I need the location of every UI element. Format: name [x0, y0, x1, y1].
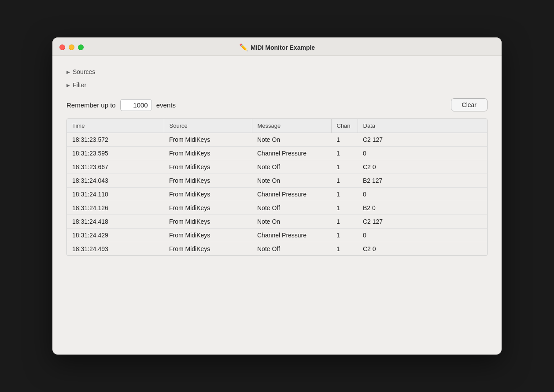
- filter-disclosure-item[interactable]: ▶ Filter: [66, 80, 488, 90]
- cell-chan: 1: [331, 242, 358, 256]
- cell-source: From MidiKeys: [164, 188, 252, 201]
- cell-chan: 1: [331, 160, 358, 174]
- remember-label: Remember up to: [66, 101, 116, 109]
- table-row: 18:31:23.572 From MidiKeys Note On 1 C2 …: [67, 133, 487, 147]
- cell-message: Note Off: [252, 160, 331, 174]
- header-source: Source: [164, 119, 252, 133]
- sources-disclosure-item[interactable]: ▶ Sources: [66, 67, 488, 77]
- cell-data: B2 0: [358, 201, 487, 215]
- sources-arrow-icon: ▶: [66, 70, 70, 74]
- cell-chan: 1: [331, 133, 358, 147]
- cell-data: 0: [358, 229, 487, 242]
- cell-data: 0: [358, 188, 487, 201]
- cell-data: C2 127: [358, 215, 487, 229]
- cell-time: 18:31:24.493: [67, 242, 164, 256]
- cell-source: From MidiKeys: [164, 160, 252, 174]
- controls-row: Remember up to events Clear: [66, 98, 488, 111]
- cell-source: From MidiKeys: [164, 242, 252, 256]
- midi-events-table: Time Source Message Chan Data 18:31:23.5…: [67, 119, 487, 255]
- cell-message: Note Off: [252, 242, 331, 256]
- cell-time: 18:31:23.667: [67, 160, 164, 174]
- midi-table-container: Time Source Message Chan Data 18:31:23.5…: [66, 118, 488, 256]
- filter-label: Filter: [73, 81, 86, 89]
- cell-message: Note On: [252, 215, 331, 229]
- cell-chan: 1: [331, 201, 358, 215]
- cell-time: 18:31:24.043: [67, 174, 164, 188]
- table-row: 18:31:24.429 From MidiKeys Channel Press…: [67, 229, 487, 242]
- table-row: 18:31:24.043 From MidiKeys Note On 1 B2 …: [67, 174, 487, 188]
- cell-chan: 1: [331, 188, 358, 201]
- titlebar: ✏️ MIDI Monitor Example: [52, 37, 502, 56]
- cell-data: 0: [358, 147, 487, 160]
- table-row: 18:31:24.126 From MidiKeys Note Off 1 B2…: [67, 201, 487, 215]
- window-title: MIDI Monitor Example: [251, 44, 315, 51]
- cell-data: C2 0: [358, 160, 487, 174]
- title-icon: ✏️: [239, 43, 248, 52]
- cell-chan: 1: [331, 147, 358, 160]
- app-window: ✏️ MIDI Monitor Example ▶ Sources ▶ Filt…: [52, 37, 502, 355]
- header-data: Data: [358, 119, 487, 133]
- cell-source: From MidiKeys: [164, 201, 252, 215]
- events-suffix-label: events: [156, 101, 176, 109]
- sources-disclosure: ▶ Sources: [66, 67, 488, 77]
- table-body: 18:31:23.572 From MidiKeys Note On 1 C2 …: [67, 133, 487, 256]
- cell-chan: 1: [331, 215, 358, 229]
- cell-chan: 1: [331, 229, 358, 242]
- cell-data: C2 127: [358, 133, 487, 147]
- cell-source: From MidiKeys: [164, 229, 252, 242]
- cell-data: C2 0: [358, 242, 487, 256]
- cell-message: Channel Pressure: [252, 229, 331, 242]
- cell-source: From MidiKeys: [164, 133, 252, 147]
- cell-time: 18:31:23.572: [67, 133, 164, 147]
- cell-message: Note On: [252, 174, 331, 188]
- table-header: Time Source Message Chan Data: [67, 119, 487, 133]
- clear-button[interactable]: Clear: [451, 98, 488, 111]
- table-row: 18:31:24.110 From MidiKeys Channel Press…: [67, 188, 487, 201]
- cell-time: 18:31:24.126: [67, 201, 164, 215]
- cell-source: From MidiKeys: [164, 147, 252, 160]
- header-message: Message: [252, 119, 331, 133]
- header-chan: Chan: [331, 119, 358, 133]
- sources-label: Sources: [73, 68, 95, 75]
- cell-time: 18:31:24.110: [67, 188, 164, 201]
- cell-chan: 1: [331, 174, 358, 188]
- cell-source: From MidiKeys: [164, 174, 252, 188]
- header-time: Time: [67, 119, 164, 133]
- filter-arrow-icon: ▶: [66, 83, 70, 88]
- window-controls: [59, 44, 84, 50]
- cell-message: Note On: [252, 133, 331, 147]
- title-area: ✏️ MIDI Monitor Example: [239, 43, 315, 52]
- cell-message: Channel Pressure: [252, 188, 331, 201]
- cell-time: 18:31:23.595: [67, 147, 164, 160]
- cell-source: From MidiKeys: [164, 215, 252, 229]
- filter-disclosure: ▶ Filter: [66, 80, 488, 90]
- table-row: 18:31:23.667 From MidiKeys Note Off 1 C2…: [67, 160, 487, 174]
- minimize-button[interactable]: [69, 44, 74, 50]
- cell-data: B2 127: [358, 174, 487, 188]
- table-row: 18:31:23.595 From MidiKeys Channel Press…: [67, 147, 487, 160]
- events-count-input[interactable]: [120, 99, 152, 111]
- table-row: 18:31:24.493 From MidiKeys Note Off 1 C2…: [67, 242, 487, 256]
- content-area: ▶ Sources ▶ Filter Remember up to events…: [52, 56, 502, 355]
- cell-time: 18:31:24.429: [67, 229, 164, 242]
- close-button[interactable]: [59, 44, 65, 50]
- table-row: 18:31:24.418 From MidiKeys Note On 1 C2 …: [67, 215, 487, 229]
- maximize-button[interactable]: [78, 44, 84, 50]
- cell-message: Channel Pressure: [252, 147, 331, 160]
- cell-message: Note Off: [252, 201, 331, 215]
- cell-time: 18:31:24.418: [67, 215, 164, 229]
